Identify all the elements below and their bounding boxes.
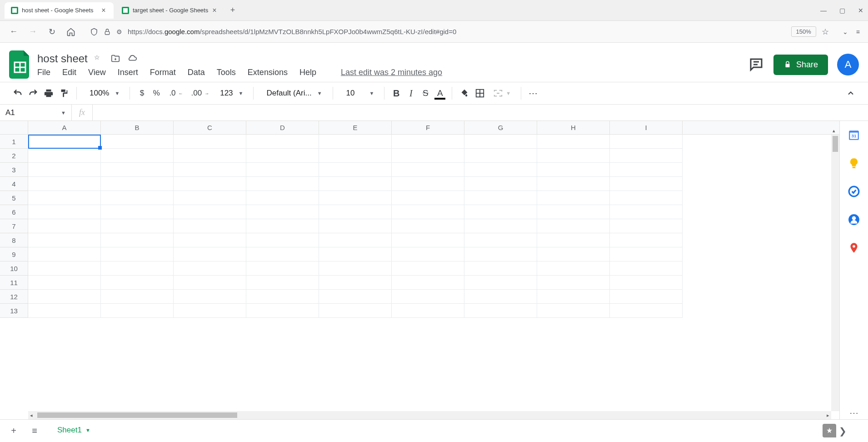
cell[interactable] [28,177,101,191]
cell[interactable] [101,205,174,219]
cell[interactable] [28,219,101,233]
collapse-toolbar-button[interactable] [844,86,857,100]
cell[interactable] [464,177,537,191]
bold-button[interactable]: B [390,86,403,100]
column-header[interactable]: G [464,121,537,134]
cell[interactable] [28,276,101,290]
column-header[interactable]: I [610,121,683,134]
cell[interactable] [319,219,392,233]
cell[interactable] [392,247,464,261]
cell[interactable] [174,276,246,290]
row-header[interactable]: 4 [0,177,28,191]
cell[interactable] [101,177,174,191]
cell[interactable] [610,191,683,205]
cell[interactable] [610,149,683,163]
cell[interactable] [101,163,174,177]
cell[interactable] [101,135,174,149]
cell[interactable] [392,163,464,177]
add-sheet-button[interactable]: + [7,425,20,437]
cell[interactable] [246,290,319,304]
close-tab-icon[interactable]: × [100,7,107,14]
cloud-status-icon[interactable] [127,54,137,64]
cell[interactable] [537,135,610,149]
strikethrough-button[interactable]: S [419,86,432,100]
cell[interactable] [246,219,319,233]
horizontal-scrollbar[interactable] [28,411,831,419]
cell[interactable] [319,261,392,276]
sheet-tab[interactable]: Sheet1 ▼ [49,421,99,441]
column-header[interactable]: C [174,121,246,134]
column-header[interactable]: D [246,121,319,134]
cell[interactable] [28,247,101,261]
explore-button[interactable] [823,424,836,437]
cell[interactable] [28,261,101,276]
select-all-corner[interactable] [0,121,28,134]
cell[interactable] [174,149,246,163]
menu-edit[interactable]: Edit [62,68,76,77]
cell[interactable] [174,261,246,276]
zoom-level[interactable]: 150% [791,26,816,37]
cells[interactable] [28,135,683,318]
cell[interactable] [392,135,464,149]
cell[interactable] [610,233,683,247]
last-edit-link[interactable]: Last edit was 2 minutes ago [341,68,442,77]
cell[interactable] [464,247,537,261]
row-header[interactable]: 8 [0,233,28,247]
cell[interactable] [537,205,610,219]
vertical-scrollbar[interactable] [831,135,839,411]
cell[interactable] [392,191,464,205]
home-button[interactable] [65,26,76,37]
cell[interactable] [101,247,174,261]
cell[interactable] [537,304,610,318]
keep-icon[interactable] [848,157,860,169]
cell[interactable] [319,135,392,149]
row-header[interactable]: 1 [0,135,28,149]
sheets-logo[interactable] [9,50,31,79]
more-button[interactable]: ⋯ [527,86,540,100]
fill-color-button[interactable] [458,86,471,100]
cell[interactable] [28,191,101,205]
row-header[interactable]: 7 [0,219,28,233]
cell[interactable] [464,135,537,149]
star-icon[interactable]: ☆ [94,54,104,64]
cell[interactable] [246,233,319,247]
cell[interactable] [537,191,610,205]
cell[interactable] [537,177,610,191]
pocket-icon[interactable]: ⌄ [843,28,848,35]
cell[interactable] [101,191,174,205]
cell[interactable] [537,219,610,233]
cell[interactable] [464,191,537,205]
row-header[interactable]: 6 [0,205,28,219]
close-tab-icon[interactable]: × [211,7,218,14]
hamburger-menu-icon[interactable]: ≡ [856,28,860,35]
cell[interactable] [28,135,101,149]
cell[interactable] [101,304,174,318]
column-header[interactable]: F [392,121,464,134]
cell[interactable] [319,233,392,247]
cell[interactable] [101,276,174,290]
cell[interactable] [174,163,246,177]
forward-button[interactable]: → [27,26,38,37]
number-format-dropdown[interactable]: 123▼ [213,89,248,98]
move-icon[interactable] [110,54,120,64]
maps-icon[interactable] [848,242,860,254]
cell[interactable] [246,276,319,290]
cell[interactable] [174,135,246,149]
share-button[interactable]: Share [773,55,828,75]
row-header[interactable]: 10 [0,261,28,276]
cell[interactable] [319,247,392,261]
back-button[interactable]: ← [8,26,19,37]
cell[interactable] [101,219,174,233]
column-header[interactable]: B [101,121,174,134]
cell[interactable] [610,290,683,304]
column-header[interactable]: A [28,121,101,134]
cell[interactable] [319,177,392,191]
cell[interactable] [464,219,537,233]
cell[interactable] [537,276,610,290]
cell[interactable] [392,149,464,163]
browser-tab-host[interactable]: host sheet - Google Sheets × [5,2,114,19]
cell[interactable] [610,135,683,149]
paint-format-button[interactable] [57,86,71,100]
print-button[interactable] [42,86,55,100]
browser-tab-target[interactable]: target sheet - Google Sheets × [115,2,224,19]
